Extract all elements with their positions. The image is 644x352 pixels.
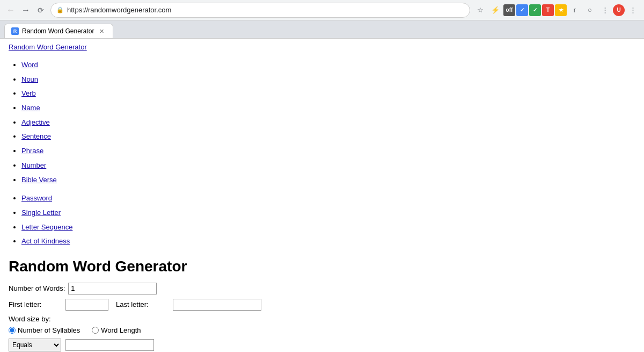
last-letter-input[interactable] (173, 299, 261, 311)
page-title: Random Word Generator (9, 258, 635, 275)
radio-row: Number of Syllables Word Length (9, 326, 635, 334)
nav-item-letter-sequence: Letter Sequence (21, 220, 635, 234)
nav-link-noun[interactable]: Noun (21, 75, 38, 83)
syllables-radio-text: Number of Syllables (18, 326, 80, 334)
nav-buttons: ← → ⟳ (4, 4, 47, 17)
breadcrumb-link[interactable]: Random Word Generator (9, 43, 87, 51)
secure-icon: 🔒 (56, 6, 64, 13)
nav-section-2: Password Single Letter Letter Sequence A… (9, 191, 635, 248)
equals-select[interactable]: Equals Greater Than Less Than (9, 339, 61, 351)
letters-row: First letter: Last letter: (9, 299, 635, 311)
nav-link-verb[interactable]: Verb (21, 89, 36, 97)
nav-item-verb: Verb (21, 86, 635, 100)
form-section: Number of Words: First letter: Last lett… (9, 283, 635, 352)
nav-section-1: Word Noun Verb Name Adjective Sentence P… (9, 58, 635, 186)
nav-list-1: Word Noun Verb Name Adjective Sentence P… (9, 58, 635, 186)
nav-item-phrase: Phrase (21, 143, 635, 158)
num-words-input[interactable] (68, 283, 157, 294)
word-size-label: Word size by: (9, 315, 62, 323)
nav-link-name[interactable]: Name (21, 104, 40, 112)
nav-link-phrase[interactable]: Phrase (21, 147, 43, 155)
more-icon[interactable]: ⋮ (626, 3, 640, 17)
tab-title: Random Word Generator (22, 27, 94, 35)
nav-item-password: Password (21, 191, 635, 205)
nav-item-word: Word (21, 58, 635, 72)
nav-link-word[interactable]: Word (21, 61, 38, 69)
word-size-row: Word size by: (9, 315, 635, 323)
nav-item-bible-verse: Bible Verse (21, 173, 635, 187)
syllables-radio[interactable] (9, 327, 16, 334)
syllables-radio-label[interactable]: Number of Syllables (9, 326, 80, 334)
menu-icon[interactable]: ⋮ (598, 3, 612, 17)
syllables-value-input[interactable] (65, 339, 154, 351)
breadcrumb: Random Word Generator (9, 43, 635, 51)
word-length-radio[interactable] (92, 327, 99, 334)
nav-link-adjective[interactable]: Adjective (21, 118, 50, 126)
profile-icon[interactable]: U (613, 4, 625, 16)
active-tab[interactable]: R Random Word Generator ✕ (4, 24, 113, 38)
nav-item-name: Name (21, 100, 635, 115)
back-button[interactable]: ← (4, 4, 17, 17)
tab-bar: R Random Word Generator ✕ (0, 20, 644, 39)
first-letter-label: First letter: (9, 300, 62, 308)
nav-list-2: Password Single Letter Letter Sequence A… (9, 191, 635, 248)
page-content: Random Word Generator Word Noun Verb Nam… (0, 39, 644, 352)
nav-link-sentence[interactable]: Sentence (21, 132, 51, 140)
word-length-radio-label[interactable]: Word Length (92, 326, 141, 334)
num-words-row: Number of Words: (9, 283, 635, 294)
browser-chrome: ← → ⟳ 🔒 https://randomwordgenerator.com … (0, 0, 644, 20)
star-icon[interactable]: ☆ (473, 3, 487, 17)
toolbar-icons: ☆ ⚡ off ✓ ✓ T ★ r ○ ⋮ U ⋮ (473, 3, 640, 17)
nav-link-letter-sequence[interactable]: Letter Sequence (21, 223, 72, 231)
nav-item-number: Number (21, 158, 635, 173)
nav-link-bible-verse[interactable]: Bible Verse (21, 176, 57, 184)
nav-item-noun: Noun (21, 72, 635, 87)
ext-off-icon[interactable]: off (503, 4, 515, 16)
tab-close-button[interactable]: ✕ (98, 27, 106, 35)
ext-green-icon[interactable]: ✓ (529, 4, 541, 16)
ext-check-icon[interactable]: ✓ (516, 4, 528, 16)
ext-circle-icon[interactable]: ○ (583, 3, 597, 17)
nav-link-act-of-kindness[interactable]: Act of Kindness (21, 237, 70, 245)
nav-item-act-of-kindness: Act of Kindness (21, 234, 635, 248)
ext-yellow-icon[interactable]: ★ (555, 4, 567, 16)
ext-r-icon[interactable]: r (568, 3, 582, 17)
nav-item-single-letter: Single Letter (21, 205, 635, 220)
nav-item-sentence: Sentence (21, 129, 635, 143)
refresh-button[interactable]: ⟳ (34, 4, 47, 17)
nav-item-adjective: Adjective (21, 115, 635, 130)
forward-button[interactable]: → (19, 4, 32, 17)
url-text: https://randomwordgenerator.com (67, 6, 171, 14)
ext-red-icon[interactable]: T (542, 4, 554, 16)
nav-link-single-letter[interactable]: Single Letter (21, 209, 61, 217)
extensions-icon[interactable]: ⚡ (488, 3, 502, 17)
equals-row: Equals Greater Than Less Than (9, 339, 635, 351)
word-length-radio-text: Word Length (101, 326, 141, 334)
first-letter-input[interactable] (65, 299, 108, 311)
tab-favicon: R (11, 27, 19, 35)
last-letter-label: Last letter: (116, 300, 170, 308)
nav-link-password[interactable]: Password (21, 194, 52, 202)
num-words-label: Number of Words: (9, 284, 65, 292)
address-bar[interactable]: 🔒 https://randomwordgenerator.com (50, 3, 470, 18)
nav-link-number[interactable]: Number (21, 161, 46, 169)
